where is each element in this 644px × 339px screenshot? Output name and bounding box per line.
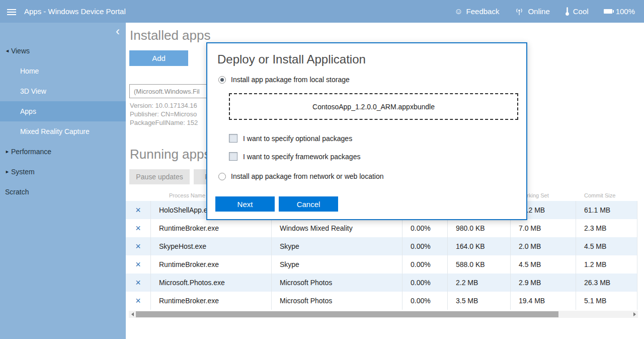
col-commit-size[interactable]: Commit Size: [576, 190, 637, 201]
framework-packages-row[interactable]: I want to specify framework packages: [229, 152, 360, 161]
scroll-left-arrow-icon[interactable]: [129, 311, 136, 318]
cell-working-set: 4.5 MB: [511, 255, 576, 274]
feedback-button[interactable]: ☺ Feedback: [454, 7, 499, 16]
table-row: ×Microsoft.Photos.exeMicrosoft Photos0.0…: [126, 274, 637, 292]
app-version-text: Version: 10.0.17134.16: [130, 101, 198, 110]
topbar: Apps - Windows Device Portal ☺ Feedback …: [0, 0, 644, 23]
running-apps-heading: Running apps: [130, 147, 210, 162]
table-row: ×RuntimeBroker.exeWindows Mixed Reality0…: [126, 219, 637, 237]
add-button[interactable]: Add: [129, 50, 188, 66]
kill-app-button[interactable]: ×: [126, 274, 151, 292]
sidebar-item-mixed-reality-capture[interactable]: Mixed Reality Capture: [0, 121, 126, 142]
cell-app-name: Skype: [272, 255, 403, 274]
cell-process-name: Microsoft.Photos.exe: [151, 274, 272, 292]
framework-packages-checkbox[interactable]: [229, 152, 237, 161]
col-kill: [126, 190, 151, 201]
cell-working-set: 2.0 MB: [511, 237, 576, 255]
thermal-label: Cool: [573, 7, 589, 16]
cell-app-name: Microsoft Photos: [272, 274, 403, 292]
battery-icon: [604, 9, 612, 14]
radio-install-local-label: Install app package from local storage: [231, 76, 350, 84]
optional-packages-row[interactable]: I want to specify optional packages: [229, 134, 352, 143]
cell-commit-size: 2.3 MB: [576, 219, 637, 237]
sidebar-nav: ◄ViewsHome3D ViewAppsMixed Reality Captu…: [0, 41, 126, 202]
app-window: Apps - Windows Device Portal ☺ Feedback …: [0, 0, 644, 339]
cell-cpu: 0.00%: [403, 219, 448, 237]
sidebar-item-system[interactable]: ►System: [0, 162, 126, 182]
scroll-right-arrow-icon[interactable]: [631, 311, 638, 318]
cell-app-name: Windows Mixed Reality: [272, 219, 403, 237]
horizontal-scrollbar[interactable]: [129, 311, 638, 318]
cancel-button[interactable]: Cancel: [279, 196, 338, 212]
sidebar-collapse-button[interactable]: ‹: [116, 26, 120, 37]
sidebar-item-label: Views: [11, 47, 30, 55]
cell-commit-size: 26.3 MB: [576, 274, 637, 292]
sidebar: ‹ ◄ViewsHome3D ViewAppsMixed Reality Cap…: [0, 23, 126, 339]
cell-working-set: 19.4 MB: [511, 292, 576, 310]
cell-process-name: SkypeHost.exe: [151, 237, 272, 255]
cell-memory: 980.0 KB: [448, 219, 511, 237]
scrollbar-thumb[interactable]: [136, 311, 558, 317]
kill-app-button[interactable]: ×: [126, 201, 151, 219]
sidebar-item-label: System: [11, 168, 35, 176]
tree-toggle-icon: ►: [5, 149, 10, 154]
cell-commit-size: 1.2 MB: [576, 255, 637, 274]
sidebar-item-label: Home: [20, 67, 39, 75]
optional-packages-checkbox[interactable]: [229, 134, 237, 143]
radio-install-network-label: Install app package from network or web …: [231, 172, 384, 180]
radio-unselected-icon[interactable]: [218, 173, 226, 180]
kill-app-button[interactable]: ×: [126, 292, 151, 310]
selected-file-name: ContosoApp_1.2.0.0_ARM.appxbundle: [312, 103, 435, 111]
framework-packages-label: I want to specify framework packages: [243, 153, 360, 161]
next-button[interactable]: Next: [215, 196, 275, 212]
kill-app-button[interactable]: ×: [126, 219, 151, 237]
online-signal-icon: [514, 8, 524, 16]
app-publisher-text: Publisher: CN=Microso: [130, 110, 198, 118]
thermal-status[interactable]: Cool: [565, 7, 589, 16]
cell-memory: 588.0 KB: [448, 255, 511, 274]
deploy-install-dialog: Deploy or Install Application Install ap…: [206, 42, 527, 220]
dialog-title: Deploy or Install Application: [217, 52, 366, 66]
cell-commit-size: 61.1 MB: [576, 201, 637, 219]
cell-working-set: 2.9 MB: [511, 274, 576, 292]
cell-process-name: RuntimeBroker.exe: [151, 219, 272, 237]
cell-commit-size: 4.5 MB: [576, 237, 637, 255]
sidebar-item-label: Apps: [20, 107, 36, 115]
scrollbar-track[interactable]: [136, 311, 631, 318]
sidebar-item-performance[interactable]: ►Performance: [0, 142, 126, 162]
installed-app-selector-value: (Microsoft.Windows.Fil: [134, 88, 200, 95]
radio-install-network-row[interactable]: Install app package from network or web …: [218, 172, 384, 180]
menu-icon[interactable]: [7, 8, 16, 17]
sidebar-item-label: 3D View: [20, 87, 46, 95]
cell-process-name: RuntimeBroker.exe: [151, 255, 272, 274]
sidebar-item-scratch[interactable]: Scratch: [0, 182, 126, 202]
connection-status[interactable]: Online: [514, 7, 549, 16]
sidebar-item-home[interactable]: Home: [0, 61, 126, 81]
sidebar-item-label: Performance: [11, 148, 51, 156]
cell-cpu: 0.00%: [403, 292, 448, 310]
cell-memory: 164.0 KB: [448, 237, 511, 255]
tree-toggle-icon: ◄: [5, 48, 10, 53]
feedback-smiley-icon: ☺: [454, 8, 462, 16]
radio-selected-icon[interactable]: [218, 76, 226, 84]
sidebar-item-label: Mixed Reality Capture: [20, 127, 90, 135]
page-title: Apps - Windows Device Portal: [24, 0, 126, 23]
sidebar-item-apps[interactable]: Apps: [0, 101, 126, 121]
table-row: ×RuntimeBroker.exeMicrosoft Photos0.00%3…: [126, 292, 637, 310]
file-dropzone[interactable]: ContosoApp_1.2.0.0_ARM.appxbundle: [229, 93, 518, 120]
feedback-label: Feedback: [466, 7, 500, 16]
sidebar-item-views[interactable]: ◄Views: [0, 41, 126, 61]
battery-status[interactable]: 100%: [604, 7, 635, 16]
tree-toggle-icon: ►: [5, 169, 10, 174]
pause-updates-button[interactable]: Pause updates: [129, 169, 190, 184]
cell-commit-size: 5.1 MB: [576, 292, 637, 310]
kill-app-button[interactable]: ×: [126, 237, 151, 255]
cell-process-name: RuntimeBroker.exe: [151, 292, 272, 310]
thermometer-icon: [565, 7, 570, 16]
cell-memory: 3.5 MB: [448, 292, 511, 310]
cell-working-set: 7.0 MB: [511, 219, 576, 237]
kill-app-button[interactable]: ×: [126, 255, 151, 274]
radio-install-local-row[interactable]: Install app package from local storage: [218, 76, 350, 84]
sidebar-item-label: Scratch: [5, 188, 29, 196]
sidebar-item-3d-view[interactable]: 3D View: [0, 81, 126, 101]
